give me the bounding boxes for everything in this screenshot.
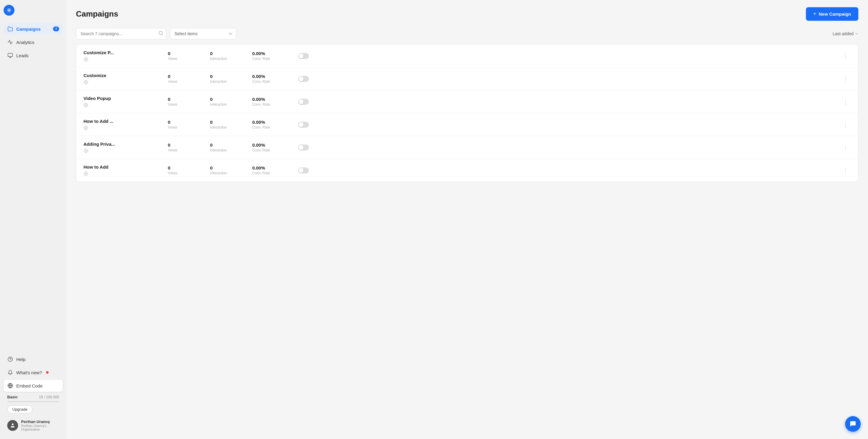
conv-rate-label: Conv. Rate xyxy=(252,171,294,175)
more-options-button[interactable]: ⋮ xyxy=(840,120,851,130)
campaign-name: Adding Priva... xyxy=(84,141,168,147)
interaction-col: 0 Interaction xyxy=(210,97,252,107)
globe-icon xyxy=(84,103,168,107)
table-row[interactable]: Video Popup 0 Views 0 Interaction 0.00% xyxy=(76,90,858,113)
sort-chevron-icon xyxy=(855,32,858,36)
sidebar-campaigns-label: Campaigns xyxy=(16,27,41,32)
embed-icon xyxy=(7,383,13,389)
sidebar-item-campaigns[interactable]: Campaigns 7 xyxy=(4,23,63,35)
views-label: Views xyxy=(168,79,210,84)
svg-point-8 xyxy=(12,423,13,425)
main-content: Campaigns + New Campaign Select items La… xyxy=(66,0,868,439)
sidebar-item-leads[interactable]: Leads xyxy=(4,49,63,61)
conv-rate-label: Conv. Rate xyxy=(252,79,294,84)
plan-count: 15 / 100.000 xyxy=(39,395,59,399)
interaction-col: 0 Interaction xyxy=(210,120,252,130)
campaign-name-col: Video Popup xyxy=(84,96,168,107)
globe-icon xyxy=(84,57,168,62)
interaction-label: Interaction xyxy=(210,102,252,107)
campaign-toggle[interactable] xyxy=(298,167,309,173)
campaign-toggle[interactable] xyxy=(298,53,309,59)
folder-icon xyxy=(7,26,13,32)
notification-dot xyxy=(46,371,49,374)
search-wrapper xyxy=(76,28,166,39)
upgrade-button[interactable]: Upgrade xyxy=(7,405,33,413)
views-value: 0 xyxy=(168,120,210,125)
views-value: 0 xyxy=(168,142,210,147)
more-options-button[interactable]: ⋮ xyxy=(840,74,851,84)
toggle-col xyxy=(294,122,313,128)
more-options-button[interactable]: ⋮ xyxy=(840,166,851,175)
campaign-name-col: Customize P... xyxy=(84,50,168,62)
table-row[interactable]: How to Add 0 Views 0 Interaction 0.00% xyxy=(76,159,858,181)
plus-icon: + xyxy=(813,11,816,17)
help-icon xyxy=(7,356,13,362)
table-row[interactable]: How to Add ... 0 Views 0 Interaction 0. xyxy=(76,113,858,136)
more-options-button[interactable]: ⋮ xyxy=(840,143,851,153)
bell-icon xyxy=(7,369,13,375)
svg-line-10 xyxy=(162,34,163,35)
globe-icon xyxy=(84,148,168,153)
more-options-button[interactable]: ⋮ xyxy=(840,97,851,107)
filter-bar: Select items Last added xyxy=(76,26,858,39)
sidebar-item-whats-new[interactable]: What's new? xyxy=(4,366,63,378)
interaction-col: 0 Interaction xyxy=(210,74,252,84)
conv-rate-value: 0.00% xyxy=(252,97,294,102)
toggle-col xyxy=(294,144,313,150)
campaign-name-col: How to Add ... xyxy=(84,119,168,130)
interaction-value: 0 xyxy=(210,51,252,56)
sort-label[interactable]: Last added xyxy=(833,31,858,36)
select-items-dropdown[interactable]: Select items xyxy=(170,28,236,39)
sidebar-item-embed-code[interactable]: Embed Code xyxy=(4,380,63,392)
user-org: Perihan Uramış's Organization xyxy=(21,424,59,431)
sidebar-analytics-label: Analytics xyxy=(16,40,34,45)
sidebar-help-label: Help xyxy=(16,357,26,362)
sort-text: Last added xyxy=(833,31,854,36)
toggle-col xyxy=(294,99,313,105)
table-row[interactable]: Customize P... 0 Views 0 Interaction 0. xyxy=(76,44,858,67)
interaction-value: 0 xyxy=(210,120,252,125)
interaction-col: 0 Interaction xyxy=(210,51,252,61)
views-value: 0 xyxy=(168,51,210,56)
interaction-label: Interaction xyxy=(210,57,252,61)
new-campaign-button[interactable]: + New Campaign xyxy=(806,7,858,21)
more-options-button[interactable]: ⋮ xyxy=(840,51,851,61)
conv-rate-value: 0.00% xyxy=(252,165,294,170)
interaction-col: 0 Interaction xyxy=(210,165,252,175)
app-logo[interactable] xyxy=(4,5,14,16)
globe-icon xyxy=(84,126,168,130)
campaign-name-col: Adding Priva... xyxy=(84,141,168,153)
sidebar-whats-new-label: What's new? xyxy=(16,370,42,375)
campaign-name-col: How to Add xyxy=(84,164,168,176)
campaign-toggle[interactable] xyxy=(298,122,309,128)
views-label: Views xyxy=(168,171,210,175)
sidebar-item-analytics[interactable]: Analytics xyxy=(4,36,63,48)
views-col: 0 Views xyxy=(168,51,210,61)
interaction-col: 0 Interaction xyxy=(210,142,252,153)
chat-button[interactable] xyxy=(845,416,861,432)
globe-icon xyxy=(84,80,168,85)
views-label: Views xyxy=(168,148,210,153)
conv-rate-col: 0.00% Conv. Rate xyxy=(252,51,294,61)
campaign-toggle[interactable] xyxy=(298,76,309,82)
search-icon xyxy=(158,31,163,37)
search-input[interactable] xyxy=(76,28,166,39)
views-col: 0 Views xyxy=(168,120,210,130)
interaction-value: 0 xyxy=(210,74,252,79)
table-row[interactable]: Adding Priva... 0 Views 0 Interaction 0 xyxy=(76,136,858,159)
views-col: 0 Views xyxy=(168,142,210,153)
conv-rate-col: 0.00% Conv. Rate xyxy=(252,165,294,175)
campaign-toggle[interactable] xyxy=(298,99,309,105)
conv-rate-col: 0.00% Conv. Rate xyxy=(252,120,294,130)
sidebar-nav: Campaigns 7 Analytics Leads xyxy=(4,23,63,392)
table-row[interactable]: Customize 0 Views 0 Interaction 0.00% xyxy=(76,67,858,90)
views-label: Views xyxy=(168,57,210,61)
campaign-name-col: Customize xyxy=(84,73,168,85)
interaction-label: Interaction xyxy=(210,171,252,175)
globe-icon xyxy=(84,171,168,176)
views-label: Views xyxy=(168,125,210,130)
sidebar-item-help[interactable]: Help xyxy=(4,353,63,365)
user-section[interactable]: Perihan Uramış Perihan Uramış's Organiza… xyxy=(4,416,63,434)
campaign-toggle[interactable] xyxy=(298,144,309,150)
conv-rate-value: 0.00% xyxy=(252,120,294,125)
